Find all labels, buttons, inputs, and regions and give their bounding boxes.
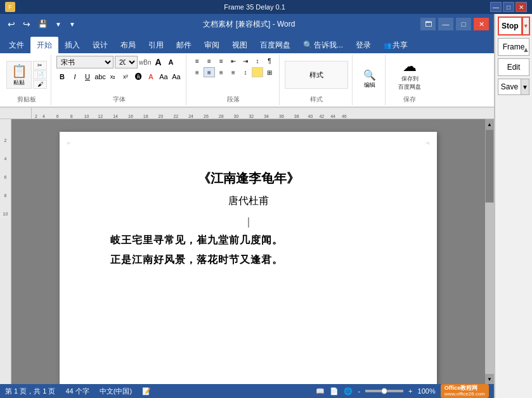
tab-mailings[interactable]: 邮件	[170, 37, 198, 53]
quick-access-arrow[interactable]: ▼	[53, 20, 64, 29]
tab-tell-me[interactable]: 🔍告诉我...	[297, 37, 349, 53]
ribbon-content: 📋 粘贴 ✂ 📄 🖌 剪贴板	[0, 53, 494, 107]
vertical-scrollbar[interactable]: ▲ ▼	[485, 119, 494, 384]
align-left-btn[interactable]: ≡	[191, 67, 203, 77]
clipboard-small-btns: ✂ 📄 🖌	[33, 61, 47, 89]
font-size-select[interactable]: 20	[115, 56, 138, 68]
document-scroll-area[interactable]: ⌐ ¬ └ ┘ 《江南逢李龟年》 唐代杜甫 ｜ 岐王宅里寻常见，崔九堂前几度闻。…	[11, 119, 485, 384]
format-painter-button[interactable]: 🖌	[33, 80, 47, 89]
increase-indent-btn[interactable]: ⇥	[240, 56, 251, 66]
scrollbar-up-btn[interactable]: ▲	[485, 119, 494, 129]
subscript-button[interactable]: x₂	[107, 71, 119, 82]
edit-button[interactable]: Edit	[498, 58, 529, 76]
decrease-indent-btn[interactable]: ⇤	[228, 56, 239, 66]
tab-login[interactable]: 登录	[349, 37, 377, 53]
view-web-btn[interactable]: 🌐	[344, 387, 353, 395]
copy-button[interactable]: 📄	[33, 70, 47, 79]
maximize-button[interactable]: □	[503, 2, 514, 12]
minimize-button[interactable]: —	[490, 2, 502, 12]
font-highlight-btn[interactable]: Aa	[158, 71, 169, 82]
zoom-slider[interactable]	[365, 390, 403, 392]
close-button[interactable]: ✕	[516, 2, 527, 12]
word-minimize-btn[interactable]: —	[438, 18, 453, 30]
cloud-save-icon: ☁	[403, 58, 417, 75]
styles-gallery[interactable]: 样式	[285, 61, 348, 89]
undo-quick-btn[interactable]: ↩	[5, 18, 18, 30]
save-to-cloud-btn[interactable]: ☁ 保存到 百度网盘	[391, 56, 429, 94]
office-badge-url: www.office26.com	[444, 392, 485, 397]
document-line-2: 正是江南好风景，落花时节又逢君。	[110, 254, 386, 267]
font-aa-btn[interactable]: Aa	[171, 71, 182, 82]
zoom-out-btn[interactable]: -	[358, 387, 360, 395]
font-size-increase-btn[interactable]: A	[152, 56, 164, 68]
superscript-button[interactable]: x²	[120, 71, 131, 82]
font-group-label: 字体	[113, 94, 126, 104]
save-button[interactable]: Save	[498, 79, 521, 95]
line-spacing-btn[interactable]: ↕	[240, 67, 251, 77]
save-dropdown-arrow[interactable]: ▼	[521, 79, 529, 95]
tab-file[interactable]: 文件	[3, 37, 30, 53]
editing-label: 编辑	[364, 81, 375, 89]
word-ribbon-toggle[interactable]: 🗔	[420, 18, 436, 30]
borders-btn[interactable]: ⊞	[264, 67, 275, 77]
view-read-btn[interactable]: 📖	[316, 387, 325, 395]
document-cursor: ｜	[110, 215, 386, 229]
paste-label: 粘贴	[13, 79, 25, 87]
view-print-btn[interactable]: 📄	[330, 387, 339, 395]
save-group: ☁ 保存到 百度网盘 保存	[387, 55, 432, 105]
multilevel-list-btn[interactable]: ≡	[216, 56, 227, 66]
word-close-btn[interactable]: ✕	[474, 18, 489, 30]
tab-view[interactable]: 视图	[226, 37, 254, 53]
tab-home[interactable]: 开始	[30, 37, 58, 53]
char-count: 44 个字	[65, 387, 89, 396]
scrollbar-down-btn[interactable]: ▼	[485, 374, 494, 384]
font-color-btn[interactable]: A	[145, 71, 157, 82]
word-title-bar: ↩ ↪ 💾 ▼ ▼ 文档素材 [兼容模式] - Word 🗔 — □ ✕	[0, 14, 494, 34]
wbn-label: wBn	[139, 59, 151, 66]
scrollbar-thumb[interactable]	[485, 129, 494, 203]
zoom-thumb[interactable]	[381, 388, 387, 394]
tab-insert[interactable]: 插入	[58, 37, 86, 53]
clear-format-button[interactable]: 🅐	[133, 71, 144, 82]
paragraph-group: ≡ ≡ ≡ ⇤ ⇥ ↕ ¶ ≡ ≡ ≡ ≡	[188, 55, 280, 105]
ribbon-tabs: 文件 开始 插入 设计 布局 引用 邮件 审阅 视图 百度网盘 🔍告诉我... …	[0, 34, 494, 53]
document-page: ⌐ ¬ └ ┘ 《江南逢李龟年》 唐代杜甫 ｜ 岐王宅里寻常见，崔九堂前几度闻。…	[60, 132, 437, 384]
justify-btn[interactable]: ≡	[228, 67, 239, 77]
redo-quick-btn[interactable]: ↪	[20, 18, 33, 30]
cut-button[interactable]: ✂	[33, 61, 47, 70]
editing-group-content: 🔍 编辑	[362, 56, 377, 103]
underline-button[interactable]: U	[82, 71, 93, 82]
save-quick-btn[interactable]: 💾	[36, 18, 50, 30]
align-right-btn[interactable]: ≡	[216, 67, 227, 77]
sort-btn[interactable]: ↕	[252, 56, 263, 66]
frame-icon: F	[5, 2, 15, 12]
word-restore-btn[interactable]: □	[456, 18, 471, 30]
tab-layout[interactable]: 布局	[114, 37, 142, 53]
tab-baidu[interactable]: 百度网盘	[254, 37, 297, 53]
right-panel: Stop ▼ Frame Edit Save ▼	[494, 14, 532, 398]
style-label: 样式	[309, 70, 323, 80]
list-numbers-btn[interactable]: ≡	[204, 56, 215, 66]
tab-review[interactable]: 审阅	[198, 37, 226, 53]
tab-design[interactable]: 设计	[86, 37, 114, 53]
find-btn[interactable]: 🔍 编辑	[362, 68, 377, 91]
zoom-in-btn[interactable]: +	[408, 387, 412, 395]
stop-dropdown-arrow[interactable]: ▼	[522, 16, 530, 35]
stop-button[interactable]: Stop	[498, 16, 522, 35]
shading-btn[interactable]	[252, 67, 263, 77]
tab-share[interactable]: 👥共享	[377, 37, 414, 53]
bold-button[interactable]: B	[56, 71, 68, 82]
show-marks-btn[interactable]: ¶	[264, 56, 275, 66]
editing-group: 🔍 编辑	[354, 55, 386, 105]
tab-references[interactable]: 引用	[142, 37, 170, 53]
list-bullets-btn[interactable]: ≡	[191, 56, 203, 66]
strikethrough-button[interactable]: abc	[94, 71, 106, 82]
font-name-select[interactable]: 宋书	[56, 56, 114, 68]
page-info: 第 1 页，共 1 页	[5, 387, 55, 396]
align-center-btn[interactable]: ≡	[204, 67, 215, 77]
font-size-decrease-btn[interactable]: A	[165, 56, 176, 68]
quick-access-more[interactable]: ▼	[67, 20, 78, 29]
paste-button[interactable]: 📋 粘贴	[6, 61, 32, 89]
italic-button[interactable]: I	[69, 71, 81, 82]
search-icon: 🔍	[363, 69, 376, 81]
